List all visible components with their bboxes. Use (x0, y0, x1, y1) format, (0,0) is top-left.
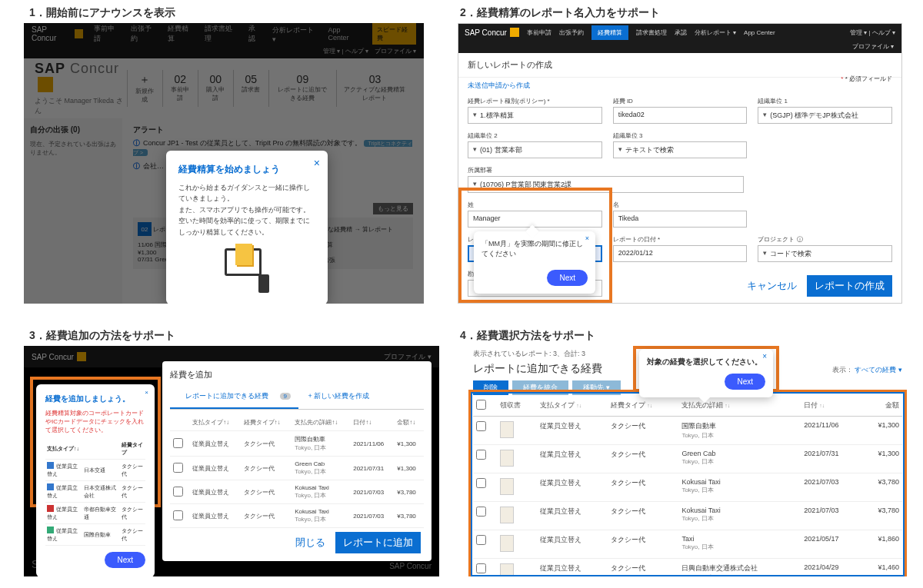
welcome-text: ようこそ Manager Tikeda さん (35, 96, 127, 116)
table-row[interactable]: 従業員立替えタクシー代Green CabTokyo, 日本2021/07/31¥… (170, 457, 424, 480)
concur-logo-icon (77, 352, 86, 361)
nav-item[interactable]: 承認 (675, 28, 687, 37)
row-checkbox[interactable] (173, 438, 183, 448)
kpi-tile[interactable]: 05請求書 (233, 70, 268, 107)
row-checkbox[interactable] (173, 463, 183, 473)
card-number: 02 (138, 222, 152, 236)
section-4-title: 4．経費選択方法をサポート (460, 329, 595, 343)
section-2-title: 2．経費精算のレポート名入力をサポート (460, 6, 660, 20)
col-header[interactable] (170, 414, 189, 431)
global-nav: SAP Concur 事前申請 出張予約 経費精算 請求書処理 承認 分析レポー… (458, 24, 901, 41)
close-icon[interactable]: × (585, 234, 589, 242)
side-text: 現在、予定されている出張はありません。 (30, 140, 116, 157)
top-right-menu[interactable]: 管理 ▾ | ヘルプ ▾ (850, 28, 895, 37)
col-header[interactable]: 支払先の詳細↑↓ (292, 414, 350, 431)
info-icon: ⓘ (133, 162, 140, 170)
next-button[interactable]: Next (547, 270, 588, 286)
popup-body: これから始まるガイダンスと一緒に操作していきましょう。 また、スマホアプリでも操… (178, 182, 315, 238)
kpi-tile[interactable]: 00購入申請 (198, 70, 233, 107)
close-icon[interactable]: × (314, 157, 320, 169)
onboarding-popup: × 経費精算を始めましょう これから始まるガイダンスと一緒に操作していきましょう… (166, 151, 328, 304)
brand-logo: SAP Concur (32, 352, 86, 361)
field-label: 経費 ID (613, 97, 748, 105)
firstname-input[interactable]: Tikeda (613, 211, 748, 228)
profile-menu[interactable]: プロファイル ▾ (458, 41, 901, 53)
top-right-menu[interactable]: 管理 ▾ | ヘルプ ▾ プロファイル ▾ (24, 45, 424, 58)
section-3-title: 3．経費追加の方法をサポート (29, 329, 175, 343)
add-to-report-button[interactable]: レポートに追加 (335, 532, 421, 553)
col-header[interactable]: 経費タイプ↑↓ (241, 414, 292, 431)
nav-item[interactable]: 出張予約 (559, 28, 584, 37)
panel-1: SAP Concur 事前申請 出張予約 経費精算 請求書処理 承認 分析レポー… (24, 23, 424, 304)
unit2-select[interactable]: (01) 営業本部 (468, 141, 602, 158)
brand-logo: SAP Concur (32, 25, 83, 42)
nav-item[interactable]: 事前申請 (94, 24, 120, 44)
kpi-tile[interactable]: ＋新規作成 (127, 70, 162, 107)
table-row[interactable]: 従業員立替えタクシー代国際自動車Tokyo, 日本2021/11/06¥1,30… (170, 431, 424, 457)
table-row[interactable]: 従業員立替えタクシー代Kokusai TaxiTokyo, 日本2021/07/… (170, 504, 424, 528)
create-report-button[interactable]: レポートの作成 (807, 275, 892, 297)
nav-item[interactable]: App Center (744, 29, 775, 36)
footer-brand: SAP Concur (389, 562, 432, 570)
kpi-tile[interactable]: 02事前申請 (162, 70, 198, 107)
project-select[interactable]: コードで検索 (758, 245, 892, 262)
add-expense-modal: 経費を追加 レポートに追加できる経費 9 + 新しい経費を作成 支払タイプ↑↓経… (162, 361, 432, 561)
brand-logo: SAP Concur (465, 28, 519, 37)
cancel-button[interactable]: キャンセル (747, 279, 797, 293)
panel-3: SAP Concur プロファイル ▾ SAP SAP Concur 経費を追加… (24, 346, 439, 576)
kpi-tile[interactable]: 09レポートに追加できる経費 (268, 70, 336, 107)
mini-table: 支払タイプ↑↓ 経費タイプ従業員立替え日本交通タクシー代従業員立替え日本交通株式… (45, 439, 145, 546)
field-label: レポートの日付 * (613, 235, 748, 244)
unit1-select[interactable]: (SGJP) 標準デモJP株式会社 (758, 107, 892, 124)
nav-item[interactable]: App Center (328, 26, 361, 42)
policy-select[interactable]: 1.標準精算 (468, 107, 602, 124)
mini-row: 従業員立替え国際自動車タクシー代 (45, 524, 145, 546)
modal-title: 経費を追加 (170, 369, 424, 380)
tab-new-expense[interactable]: + 新しい経費を作成 (300, 388, 377, 404)
nav-item[interactable]: 事前申請 (527, 28, 551, 37)
report-date-input[interactable]: 2022/01/12 (613, 245, 748, 262)
next-button[interactable]: Next (725, 374, 765, 390)
nav-item[interactable]: 承認 (248, 24, 262, 44)
filter-select[interactable]: すべての経費 ▾ (855, 366, 902, 374)
profile-menu[interactable]: プロファイル ▾ (384, 352, 432, 362)
nav-item[interactable]: 分析レポート ▾ (695, 28, 736, 37)
col-header[interactable]: 支払タイプ↑↓ (189, 414, 241, 431)
create-from-request-link[interactable]: 未送信申請から作成 (458, 78, 901, 94)
nav-item[interactable]: 請求書処理 (205, 24, 238, 44)
row-checkbox[interactable] (173, 510, 183, 520)
unit3-select[interactable]: テキストで検索 (613, 141, 748, 158)
concur-logo-icon (75, 29, 83, 38)
mini-row: 従業員立替え帝都自動車交通タクシー代 (45, 503, 145, 524)
popup-title: 経費を追加しましょう。 (45, 394, 145, 404)
tab-available-expenses[interactable]: レポートに追加できる経費 9 (170, 385, 298, 409)
next-button[interactable]: Next (105, 552, 145, 568)
close-button[interactable]: 閉じる (295, 536, 325, 550)
nav-item[interactable]: 経費精算 (168, 24, 194, 44)
more-button[interactable]: もっと見る (373, 203, 413, 214)
field-label: 組織単位 3 (613, 131, 748, 140)
mini-row: 従業員立替え日本交通株式会社タクシー代 (45, 481, 145, 503)
table-row[interactable]: 従業員立替えタクシー代Kokusai TaxiTokyo, 日本2021/07/… (170, 480, 424, 504)
expense-id-input[interactable]: tikeda02 (613, 107, 748, 124)
col-header[interactable]: 日付↑↓ (350, 414, 394, 431)
close-icon[interactable]: × (145, 389, 148, 396)
nav-item[interactable]: 分析レポート ▾ (272, 25, 317, 43)
nav-item-active[interactable]: 経費精算 (591, 25, 628, 40)
brand-large: SAP Concur (35, 61, 127, 94)
nav-item[interactable]: 請求書処理 (636, 28, 667, 37)
modal-title: 新しいレポートの作成 (458, 53, 901, 78)
kpi-tile[interactable]: 03アクティブな経費精算レポート (336, 70, 413, 107)
source-icon (47, 527, 54, 533)
col-header[interactable]: 金額↑↓ (394, 414, 424, 431)
side-heading: 自分の出張 (0) (30, 125, 116, 135)
row-checkbox[interactable] (173, 487, 183, 497)
nav-item[interactable]: 出張予約 (131, 24, 157, 44)
page-title: レポートに追加できる経費 (473, 362, 602, 376)
source-icon (47, 462, 54, 469)
illustration-icon (220, 244, 274, 297)
field-label: 経費レポート種別(ポリシー) * (468, 97, 602, 105)
speed-expense-button[interactable]: スピード経費 (372, 23, 416, 45)
close-icon[interactable]: × (762, 352, 767, 360)
tooltip-text: 対象の経費を選択してください。 (647, 357, 765, 367)
